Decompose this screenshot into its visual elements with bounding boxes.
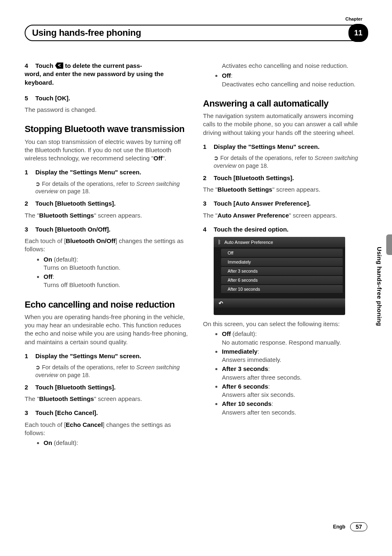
text: Answers after three seconds. [222,373,367,382]
body-text: When you are operating hands-free phonin… [25,313,189,346]
text: Deactivates echo cancelling and noise re… [222,80,367,88]
reference-arrow-icon: ➲ [214,155,219,161]
page-footer: Engb 57 [333,522,367,531]
step-number: 3 [203,199,214,208]
step-number: 5 [25,94,35,102]
step-number: 1 [25,352,35,360]
text: Each touch of [ [25,421,66,428]
text: : [268,383,270,390]
text-emphasis: After 3 seconds [222,365,268,372]
bullet-list: On (default): [44,439,189,447]
step: 3Touch [Echo Cancel]. [25,409,189,417]
text: : [53,273,54,280]
language-label: Engb [333,524,345,530]
text-emphasis: Bluetooth Settings [217,186,272,193]
text-emphasis: Bluetooth On/Off [66,237,115,244]
screenshot-row: After 6 seconds [221,276,343,285]
reference-arrow-icon: ➲ [35,364,40,371]
screenshot-list: Off Immediately After 3 seconds After 6 … [214,247,345,294]
screenshot-title: Auto Answer Preference [224,240,273,245]
ref-text: on page 18. [58,372,90,378]
text-emphasis: After 10 seconds [222,400,272,407]
screenshot-row: After 10 seconds [221,285,343,294]
body-text: The "Bluetooth Settings" screen appears. [25,395,189,403]
bullet-list: Off: Deactivates echo cancelling and noi… [222,72,367,88]
text: " screen appears. [94,212,142,219]
text-emphasis: On [44,256,52,263]
text-emphasis: Off [222,72,231,79]
side-label: Using hands-free phoning [376,247,383,326]
ref-text: on page 18. [58,188,90,195]
text-emphasis: Echo Cancel [66,421,103,428]
body-text: Each touch of [Echo Cancel] changes the … [25,421,189,438]
list-item: After 6 seconds:Answers after six second… [222,382,367,399]
screenshot-auto-answer: ᛒ Auto Answer Preference Off Immediately… [214,237,345,315]
list-item: Off: Turns off Bluetooth function. [44,273,189,290]
bullet-list: Off (default):No automatic response. Res… [222,330,367,417]
back-icon: ↶ [219,300,223,306]
text-emphasis: Auto Answer Preference [217,212,289,219]
step: 2Touch [Bluetooth Settings]. [203,174,367,182]
text: Each touch of [ [25,237,66,244]
reference-note: ➲For details of the operations, refer to… [35,180,189,196]
list-item: After 3 seconds:Answers after three seco… [222,365,367,382]
text-emphasis: Bluetooth Settings [39,212,94,219]
body-text: The "Auto Answer Preference" screen appe… [203,211,367,220]
step-text: to delete the current pass- [63,62,142,69]
text: (default): [52,439,78,446]
page-header: Using hands-free phoning 11 [25,25,367,41]
text-emphasis: Off [154,155,163,162]
chapter-number-badge: 11 [348,24,368,42]
step-text: Touch [Bluetooth Settings]. [214,174,294,181]
body-text: Activates echo cancelling and noise redu… [222,62,367,70]
text: : [258,348,259,355]
step-number: 3 [25,409,35,417]
step-text: Touch [Bluetooth Settings]. [35,384,116,391]
text: No automatic response. Respond manually. [222,338,367,347]
step-text: Touch [Auto Answer Preference]. [214,200,311,207]
text: " screen appears. [94,395,142,402]
step: 2Touch [Bluetooth Settings]. [25,199,189,208]
bullet-list: On (default): Turns on Bluetooth functio… [44,255,189,290]
list-item: Off (default):No automatic response. Res… [222,330,367,347]
text: ". [162,155,166,162]
text-emphasis: On [44,439,52,446]
step-number: 1 [25,168,35,176]
heading-echo-cancel: Echo cancelling and noise reduction [25,299,189,310]
text: " screen appears. [272,186,321,193]
heading-stopping-bt: Stopping Bluetooth wave transmission [25,124,189,134]
ref-text: For details of the operations, refer to [42,181,136,187]
step: 3Touch [Bluetooth On/Off]. [25,225,189,234]
step: 2Touch [Bluetooth Settings]. [25,383,189,392]
screenshot-row: Immediately [221,258,343,266]
text: : [268,365,270,372]
step-number: 1 [203,143,214,151]
bluetooth-icon: ᛒ [218,239,221,245]
reference-arrow-icon: ➲ [35,181,40,187]
text: (default): [231,330,257,337]
step-text: Touch [35,62,55,69]
list-item: After 10 seconds:Answers after ten secon… [222,400,367,417]
text: Turns on Bluetooth function. [44,264,189,272]
reference-note: ➲For details of the operations, refer to… [214,154,367,170]
step-text: Touch [Bluetooth On/Off]. [35,226,111,233]
step-text: Display the "Settings Menu" screen. [35,352,141,359]
screenshot-header: ᛒ Auto Answer Preference [214,237,345,247]
text: (default): [52,256,78,263]
list-item: On (default): [44,439,189,447]
text: Answers immediately. [222,356,367,364]
text: " screen appears. [289,212,337,219]
text-emphasis: After 6 seconds [222,383,268,390]
step: 1Display the "Settings Menu" screen. [25,352,189,360]
step: 1Display the "Settings Menu" screen. [25,168,189,176]
list-item: Immediately:Answers immediately. [222,348,367,364]
heading-auto-answer: Answering a call automatically [203,98,367,109]
step-number: 2 [203,174,214,182]
list-item: Off: Deactivates echo cancelling and noi… [222,72,367,88]
step-4: 4Touch to delete the current pass- word,… [25,62,189,87]
step: 1Display the "Settings Menu" screen. [203,143,367,151]
step-text: Display the "Settings Menu" screen. [214,143,320,150]
text: Turns off Bluetooth function. [44,281,189,289]
step-5: 5Touch [OK]. [25,94,189,102]
step-text: Touch [OK]. [35,95,70,102]
